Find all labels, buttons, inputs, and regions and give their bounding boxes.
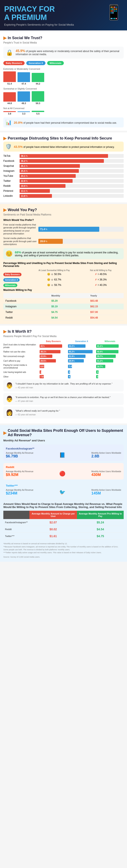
quote-text-0: "I shouldn't have to pay for my informat… <box>15 382 112 385</box>
willing-bb-not: ✗ ☓ 49.5% <box>78 273 124 276</box>
divider-1 <box>3 500 124 500</box>
worth-bar-bb-3: 29.5% <box>40 359 56 363</box>
page-header: PRIVACY FOR A PREMIUM Exploring People's… <box>0 0 127 30</box>
arrow-icon: ▶ <box>3 35 6 40</box>
max-col-yearly: Yearly <box>88 293 124 298</box>
concern-extremely-group: Extremely or Moderately Concerned 51.4 4… <box>3 68 124 85</box>
trust-section-subtitle: People's Trust in Social Media <box>3 41 124 44</box>
pref-title: Which Would You Prefer? <box>3 219 124 221</box>
platform-row-youtube: YouTube 24.1 % <box>3 174 124 178</box>
willing-highlight-box: 😊 68% of people are at least somewhat wi… <box>3 248 124 259</box>
platform-row-tiktok: TikTok 38.1 % <box>3 154 124 158</box>
page-title: PRIVACY FOR A PREMIUM <box>4 5 74 22</box>
distrust-highlight-box: 🛡️ 43.5% of people have entered false in… <box>3 142 124 152</box>
willing-row-bb: Baby Boomers 😊 ☺ 50.5% ✗ ☓ 49.5% <box>3 272 124 276</box>
concern-extremely-label: Extremely or Moderately Concerned <box>3 68 124 70</box>
distrust-title: ▶ Percentage Distrusting Sites to Keep P… <box>3 136 124 141</box>
worth-row-2: Not concerned enough 22.9% 31.9% 35.7% <box>3 354 124 358</box>
worth-bar-ml-0: 41.1% <box>96 344 119 348</box>
amount-row-fb: Facebook/Instagram** $2.07 $5.24 <box>3 519 124 526</box>
worth-bar-ml-3: 31.2% <box>96 359 113 363</box>
quote-text-1: "It amounts to extortion. Pay up or we'l… <box>15 396 110 399</box>
willing-ml-not: ✗ ☓ 40.3% <box>78 284 124 286</box>
trust-section-title: ▶ In Social We Trust? <box>3 35 124 40</box>
max-row-reddit: Reddit $4.54 $54.48 <box>3 315 124 321</box>
pay-section-subtitle: Sentiments on Paid Social Media Platform… <box>3 213 124 216</box>
gen-tab-millennials: Millennials <box>47 61 64 65</box>
worth-bar-ml-4: 16.7% <box>96 365 105 368</box>
somewhat-ml-bar: 50.3 <box>32 91 44 104</box>
quote-avatar-0: 👨 <box>6 382 13 389</box>
phone-icon: 📱 <box>105 5 123 20</box>
pay-section-title: ▶ Would You Pay? <box>3 207 124 212</box>
quote-text-2: "What's offered really isn't worth payin… <box>15 409 60 413</box>
platform-row-instagram: Instagram 25.5 % <box>3 169 124 173</box>
concern-notatall-label: Not at All Concerned <box>3 107 124 110</box>
pay-section: ▶ Would You Pay? Sentiments on Paid Soci… <box>0 204 127 324</box>
worth-bar-gx-0: 32.2% <box>68 344 85 348</box>
willing-gx-willing: 😊 ☺ 63.7% <box>31 278 77 281</box>
profit-section: ▶ Could Social Media Sites Profit Enough… <box>0 425 127 562</box>
max-willing-title: Maximum Willing to Pay <box>3 288 124 291</box>
quote-box-2: 👩 "What's offered really isn't worth pay… <box>3 407 124 418</box>
worth-row-4: Paying for social media is unconstitutio… <box>3 364 124 369</box>
arrow-icon-4: ▶ <box>3 329 6 334</box>
notatall-gx-bar: 3.3 <box>18 112 30 115</box>
worth-section-subtitle: Reasons People Wouldn't Pay For Social M… <box>3 335 124 338</box>
concern-gx-bar: 47.4 <box>18 72 30 85</box>
willing-bb-willing: 😊 ☺ 50.5% <box>31 273 77 276</box>
quote-avatar-2: 👩 <box>6 409 13 416</box>
willing-row-ml: Millennials 😊 ☺ 59.7% ✗ ☓ 40.3% <box>3 283 124 287</box>
worth-section-title: ▶ Is It Worth It? <box>3 329 124 334</box>
survey-note: Source: Survey of 2,000 social media use… <box>3 556 124 558</box>
worth-bar-bb-0: 41% <box>40 344 62 348</box>
worth-bar-ml-5: 4.3 <box>96 370 99 374</box>
profit-platform-reddit: Reddit <box>6 466 121 469</box>
profit-row-twitter: Twitter*** Average Monthly Ad Revenue $2… <box>3 482 124 498</box>
willing-ml-willing: 😊 ☺ 59.7% <box>31 284 77 286</box>
concern-ml-bar: 44.2 <box>32 73 44 85</box>
somewhat-bb-bar: 44.8 <box>3 92 16 104</box>
worth-row-5: Like having targeted ads 2.9 4.1 4.3 <box>3 370 124 374</box>
platform-bars: TikTok 38.1 % Facebook 36.2 % Snapchat <box>3 154 124 198</box>
quote-attr-1: — 47-year-old man <box>15 400 110 402</box>
distrust-section: ▶ Percentage Distrusting Sites to Keep P… <box>0 132 127 203</box>
max-col-monthly: Monthly <box>49 293 88 298</box>
arrow-icon-2: ▶ <box>3 136 6 141</box>
worth-bar-bb-6: 7.6% <box>40 375 44 378</box>
pref-row-free: Free social media platforms that generat… <box>3 223 124 235</box>
quote-avatar-1: 👨 <box>6 396 13 402</box>
profit-row-reddit: Reddit Average Monthly Ad Revenue $9.92M… <box>3 463 124 479</box>
trust-highlight-box: 🔒 45.9% of people were extremely or mode… <box>3 46 124 59</box>
amount-col-platform <box>3 511 29 519</box>
worth-table-header: Baby Boomers Generation X Millennials <box>3 340 124 342</box>
notatall-ml-bar: 5.5 <box>32 111 44 115</box>
amount-col-charge: Average Monthly Amount to Charge per Use… <box>29 511 77 519</box>
worth-bar-bb-1: 38.1% <box>40 350 60 353</box>
gen-tab-boomers: Baby Boomers <box>3 61 25 65</box>
worth-bar-gx-2: 31.9% <box>68 354 85 358</box>
footnotes: *Monthly ad revenue is based on annual a… <box>3 542 124 558</box>
worth-row-3: Can't afford to pay 29.5% 28.9% 31.2% <box>3 359 124 363</box>
platform-row-reddit: Reddit 19.9 % <box>3 184 124 188</box>
worth-section: ▶ Is It Worth It? Reasons People Wouldn'… <box>0 326 127 424</box>
worth-bar-gx-5: 4.1 <box>68 370 70 374</box>
worth-bar-bb-2: 22.9% <box>40 354 52 358</box>
max-row-twitter: Twitter $4.75 $57.00 <box>3 309 124 315</box>
platform-row-pinterest: Pinterest 13.1 % <box>3 189 124 193</box>
platform-row-twitter: Twitter 22.8 % <box>3 179 124 183</box>
max-row-facebook: Facebook $5.29 $63.48 <box>3 298 124 304</box>
worth-bar-gx-6: 4.4% <box>68 375 71 378</box>
monthly-revenue-title: Monthly Ad Revenue* and Users <box>3 439 124 442</box>
quote-box-1: 👨 "It amounts to extortion. Pay up or we… <box>3 393 124 405</box>
profit-row-fb: Facebook/Instagram** Average Monthly Ad … <box>3 444 124 461</box>
worth-bar-gx-4: 7.4% <box>68 365 72 368</box>
willing-table-rows: Baby Boomers 😊 ☺ 50.5% ✗ ☓ 49.5% Generat… <box>3 272 124 287</box>
distrust-highlight-text: 43.5% of people have entered false infor… <box>14 145 115 149</box>
platform-row-linkedin: LinkedIn 13.8 % <box>3 194 124 198</box>
page-subtitle: Exploring People's Sentiments on Paying … <box>4 23 74 26</box>
willing-gx-not: ✗ ☓ 36.3% <box>78 278 124 281</box>
data-icon: 📊 <box>5 120 12 125</box>
info-compromise-box: 📊 20.8% of people have had their persona… <box>3 117 124 127</box>
smile-icon: 😊 <box>5 250 13 257</box>
